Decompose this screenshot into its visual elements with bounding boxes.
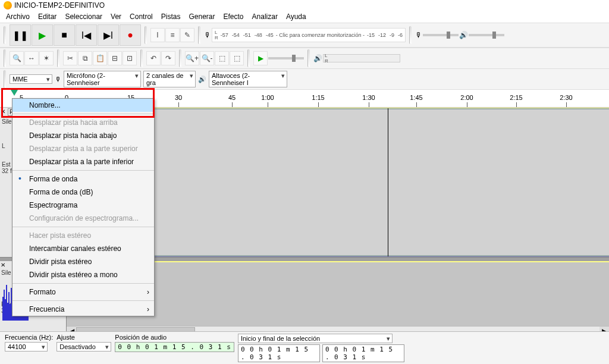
- speaker-icon: 🔊: [313, 54, 322, 62]
- undo-button[interactable]: ↶: [146, 51, 161, 65]
- grip[interactable]: [145, 26, 147, 44]
- speaker-icon: 🔊: [459, 31, 468, 39]
- cut-button[interactable]: ✂: [63, 51, 77, 65]
- menu-item[interactable]: Nombre...: [12, 99, 154, 112]
- mic-icon: 🎙: [55, 76, 61, 83]
- audio-host-select[interactable]: MME: [10, 74, 52, 84]
- selection-tool[interactable]: I: [150, 28, 165, 42]
- menu-pistas[interactable]: Pistas: [158, 11, 184, 22]
- copy-button[interactable]: ⧉: [78, 51, 92, 65]
- freq-select[interactable]: 44100: [5, 342, 48, 352]
- audio-position[interactable]: 0 0 h 0 1 m 1 5 . 0 3 1 s: [115, 342, 234, 352]
- menu-item[interactable]: Intercambiar canales estéreo: [12, 242, 154, 255]
- grip[interactable]: [4, 26, 6, 44]
- menu-seleccionar[interactable]: Seleccionar: [61, 11, 106, 22]
- channels-select[interactable]: 2 canales de gra: [143, 71, 196, 87]
- grip[interactable]: [4, 70, 6, 88]
- transport-toolbar: ❚❚ ▶ ■ I◀ ▶I ● I ≡ ✎ 🎙 LR -57-54-51-48-4…: [0, 23, 609, 48]
- grip[interactable]: [140, 49, 143, 67]
- zoom-out-button[interactable]: 🔍-: [200, 51, 214, 65]
- play-meter[interactable]: LR: [323, 54, 400, 62]
- play-speed-slider[interactable]: [268, 57, 304, 59]
- meter-hint[interactable]: - Clic para comenzar monitorización -: [276, 32, 365, 38]
- menu-item: Configuración de espectrograma...: [12, 212, 154, 225]
- zoom-fit-sel-button[interactable]: ⬚: [215, 51, 229, 65]
- grip[interactable]: [307, 49, 310, 67]
- mic-icon: 🎙: [415, 31, 422, 39]
- selection-start[interactable]: 0 0 h 0 1 m 1 5 . 0 3 1 s: [238, 344, 320, 362]
- zoom-fit-button[interactable]: ⬚: [230, 51, 244, 65]
- play-volume-slider[interactable]: [469, 34, 504, 36]
- menu-analizar[interactable]: Analizar: [249, 11, 281, 22]
- menu-control[interactable]: Control: [126, 11, 156, 22]
- grip[interactable]: [247, 49, 250, 67]
- skip-start-button[interactable]: I◀: [76, 24, 97, 46]
- menu-ayuda[interactable]: Ayuda: [282, 11, 310, 22]
- grip[interactable]: [57, 49, 59, 67]
- skip-end-button[interactable]: ▶I: [98, 24, 119, 46]
- menu-item[interactable]: Dividir pista estéreo a mono: [12, 268, 154, 281]
- output-device-select[interactable]: Altavoces (2- Sennheiser I: [209, 71, 287, 87]
- grip[interactable]: [198, 26, 200, 44]
- selection-end[interactable]: 0 0 h 0 1 m 1 5 . 0 3 1 s: [322, 344, 404, 362]
- track-close-icon[interactable]: ✕: [1, 262, 5, 268]
- menu-efecto[interactable]: Efecto: [220, 11, 247, 22]
- envelope-tool[interactable]: ≡: [165, 28, 180, 42]
- paste-button[interactable]: 📋: [93, 51, 107, 65]
- play-at-speed-button[interactable]: ▶: [253, 51, 268, 65]
- snap-select[interactable]: Desactivado: [56, 342, 111, 352]
- zoom-tool[interactable]: 🔍: [10, 51, 24, 65]
- track-context-menu: Nombre...Desplazar pista hacia arribaDes…: [12, 98, 155, 316]
- record-meter[interactable]: LR -57-54-51-48-45 - Clic para comenzar …: [212, 28, 406, 42]
- menu-item[interactable]: Desplazar pista hacia abajo: [12, 129, 154, 142]
- grip[interactable]: [179, 49, 181, 67]
- app-logo-icon: [4, 1, 12, 10]
- timeshift-tool[interactable]: ↔: [24, 51, 39, 65]
- window-title: INICIO-TEMP2-DEFINITIVO: [14, 1, 105, 10]
- menu-item: Desplazar pista a la parte superior: [12, 142, 154, 155]
- menu-item[interactable]: Frecuencia: [12, 303, 154, 316]
- silence-button[interactable]: ⊡: [123, 51, 137, 65]
- menu-item[interactable]: Espectrograma: [12, 199, 154, 212]
- zoom-in-button[interactable]: 🔍+: [185, 51, 199, 65]
- menu-item[interactable]: Forma de onda (dB): [12, 186, 154, 199]
- input-device-select[interactable]: Micrófono (2- Sennheiser: [64, 71, 141, 87]
- pause-button[interactable]: ❚❚: [10, 24, 31, 46]
- menu-generar[interactable]: Generar: [185, 11, 218, 22]
- menu-item: Desplazar pista hacia arriba: [12, 116, 154, 129]
- stop-button[interactable]: ■: [54, 24, 75, 46]
- draw-tool[interactable]: ✎: [180, 28, 194, 42]
- menu-item[interactable]: Dividir pista estéreo: [12, 255, 154, 268]
- selection-mode-select[interactable]: Inicio y final de la selección: [238, 334, 393, 343]
- record-volume-slider[interactable]: [423, 34, 459, 36]
- menu-bar: Archivo Editar Seleccionar Ver Control P…: [0, 11, 609, 23]
- title-bar: INICIO-TEMP2-DEFINITIVO: [0, 0, 609, 11]
- record-button[interactable]: ●: [120, 24, 141, 46]
- menu-archivo[interactable]: Archivo: [2, 11, 33, 22]
- play-cursor: [388, 108, 388, 256]
- multi-tool[interactable]: ✶: [39, 51, 54, 65]
- mic-icon: 🎙: [204, 31, 211, 39]
- menu-item[interactable]: Formato: [12, 285, 154, 299]
- edit-toolbar: 🔍 ↔ ✶ ✂ ⧉ 📋 ⊟ ⊡ ↶ ↷ 🔍+ 🔍- ⬚ ⬚ ▶ 🔊 LR: [0, 48, 609, 69]
- device-toolbar: MME 🎙 Micrófono (2- Sennheiser 2 canales…: [0, 69, 609, 90]
- playhead-marker-icon[interactable]: [11, 90, 18, 96]
- redo-button[interactable]: ↷: [161, 51, 175, 65]
- menu-item[interactable]: Desplazar pista a la parte inferior: [12, 155, 154, 168]
- trim-button[interactable]: ⊟: [108, 51, 122, 65]
- menu-ver[interactable]: Ver: [107, 11, 125, 22]
- freq-label: Frecuencia (Hz):: [5, 334, 53, 341]
- status-bar: Frecuencia (Hz): 44100 Ajuste Desactivad…: [0, 331, 609, 364]
- menu-item[interactable]: Forma de onda: [12, 172, 154, 186]
- speaker-icon: 🔊: [198, 76, 206, 83]
- track-close-icon[interactable]: ✕: [1, 108, 5, 115]
- menu-item: Hacer pista estéreo: [12, 229, 154, 242]
- play-button[interactable]: ▶: [32, 24, 53, 46]
- snap-label: Ajuste: [56, 334, 111, 341]
- grip[interactable]: [4, 49, 6, 67]
- menu-editar[interactable]: Editar: [34, 11, 60, 22]
- grip[interactable]: [409, 26, 412, 44]
- pos-label: Posición de audio: [115, 334, 234, 341]
